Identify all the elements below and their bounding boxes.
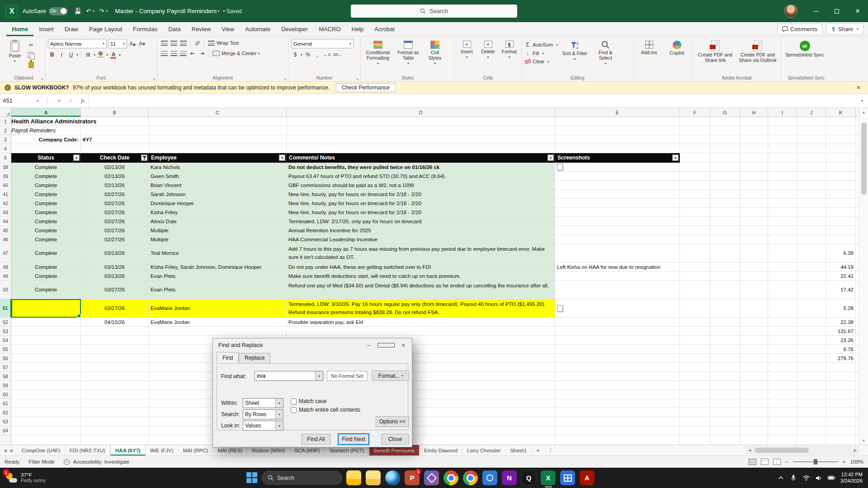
cell-F43[interactable]: [680, 208, 710, 217]
cell-B3[interactable]: 6Y7: [81, 135, 149, 144]
format-as-table-button[interactable]: Format as Table ▾: [395, 39, 421, 73]
create-pdf-share-link-button[interactable]: Create PDF and Share link: [695, 39, 735, 73]
cell-A59[interactable]: [11, 381, 81, 390]
cell-J55[interactable]: [797, 345, 826, 354]
cell-D3[interactable]: [287, 135, 555, 144]
cell-B52[interactable]: 04/10/26: [81, 318, 149, 327]
column-header-g[interactable]: G: [710, 108, 740, 117]
cell-D51[interactable]: Terminated, LDW: 3/10/26. Pay 16 hours r…: [287, 299, 555, 318]
cell-J62[interactable]: [797, 408, 826, 417]
copy-icon[interactable]: [28, 52, 34, 58]
cell-A51[interactable]: [11, 299, 81, 318]
table-header-comments-notes[interactable]: Comments/ Notes▾: [287, 153, 555, 163]
row-header-48[interactable]: 48: [0, 263, 11, 272]
cell-A44[interactable]: Complete: [11, 217, 81, 226]
row-header-45[interactable]: 45: [0, 226, 11, 235]
cell-A3[interactable]: Company Code:: [11, 135, 81, 144]
align-bottom-icon[interactable]: [180, 41, 187, 46]
cell-K5[interactable]: [826, 153, 856, 163]
excel-icon[interactable]: X: [541, 470, 556, 485]
cell-D2[interactable]: [287, 126, 555, 135]
cell-A63[interactable]: [11, 417, 81, 426]
row-header-40[interactable]: 40: [0, 181, 11, 190]
cell-C3[interactable]: [149, 135, 287, 144]
cell-A52[interactable]: [11, 318, 81, 327]
cell-K42[interactable]: [826, 199, 856, 208]
cell-B63[interactable]: [81, 417, 149, 426]
filter-dropdown-icon-employee[interactable]: ▾: [279, 155, 285, 161]
cell-J46[interactable]: [797, 235, 826, 244]
horizontal-scrollbar[interactable]: ◀ ▶: [746, 446, 859, 454]
formula-input[interactable]: [89, 94, 856, 108]
powerpoint-icon[interactable]: P1: [405, 470, 420, 485]
cell-D46[interactable]: HAA Commercial Leadership Incentive: [287, 235, 555, 244]
sheet-scroll-left-icon[interactable]: ◀: [4, 448, 7, 453]
number-format-select[interactable]: General▾: [291, 39, 354, 48]
cell-K43[interactable]: [826, 208, 856, 217]
cell-H56[interactable]: [740, 354, 768, 363]
cell-H39[interactable]: [740, 172, 768, 181]
cell-G56[interactable]: [710, 354, 740, 363]
cell-D49[interactable]: Make sure benefit deductions start, will…: [287, 272, 555, 281]
cell-I58[interactable]: [768, 372, 797, 381]
cut-icon[interactable]: ✂: [27, 41, 35, 49]
cell-F56[interactable]: [680, 354, 710, 363]
search-by-select[interactable]: By Rows ▾: [243, 409, 283, 419]
font-color-icon[interactable]: A: [109, 51, 118, 59]
ribbon-tab-automate[interactable]: Automate: [240, 22, 276, 36]
folder-icon[interactable]: [366, 470, 381, 485]
cell-C1[interactable]: [149, 117, 287, 126]
cell-G43[interactable]: [710, 208, 740, 217]
cell-I49[interactable]: [768, 272, 797, 281]
merge-center-button[interactable]: Merge & Center: [222, 51, 257, 56]
tray-chevron-icon[interactable]: [777, 474, 784, 482]
cell-F61[interactable]: [680, 399, 710, 408]
cell-H64[interactable]: [740, 426, 768, 435]
cell-H54[interactable]: [740, 336, 768, 345]
cell-K50[interactable]: 17.42: [826, 281, 856, 299]
dialog-close-icon[interactable]: ✕: [395, 338, 412, 352]
cell-F57[interactable]: [680, 363, 710, 372]
cell-B47[interactable]: 03/13/26: [81, 244, 149, 263]
cell-I42[interactable]: [768, 199, 797, 208]
wrap-text-button[interactable]: Wrap Text: [217, 40, 239, 46]
cell-A49[interactable]: Complete: [11, 272, 81, 281]
ribbon-tab-formulas[interactable]: Formulas: [127, 22, 163, 36]
cell-C46[interactable]: Multiple: [149, 235, 287, 244]
cell-K59[interactable]: [826, 381, 856, 390]
cell-D44[interactable]: Terminated, LDW: 2/17/26, only pay for h…: [287, 217, 555, 226]
cell-D40[interactable]: GBF commissions should be paid as a W2, …: [287, 181, 555, 190]
cell-K53[interactable]: 131.67: [826, 327, 856, 336]
cell-E48[interactable]: Left Kisha on HAA for now due to resigna…: [555, 263, 680, 272]
vertical-scrollbar-thumb[interactable]: [861, 122, 867, 195]
cell-J44[interactable]: [797, 217, 826, 226]
cell-E52[interactable]: [555, 318, 680, 327]
cell-K52[interactable]: 22.38: [826, 318, 856, 327]
spreadsheet-sync-button[interactable]: qb Spreadsheet Sync: [784, 39, 826, 73]
cell-E47[interactable]: [555, 244, 680, 263]
cell-A58[interactable]: [11, 372, 81, 381]
cell-F4[interactable]: [680, 144, 710, 153]
cell-F53[interactable]: [680, 327, 710, 336]
cell-J59[interactable]: [797, 381, 826, 390]
cell-D45[interactable]: Annual Retention Incentive for 2025: [287, 226, 555, 235]
cell-C43[interactable]: Kisha Friley: [149, 208, 287, 217]
cell-J54[interactable]: [797, 336, 826, 345]
cell-B50[interactable]: 03/27/26: [81, 281, 149, 299]
cell-G1[interactable]: [710, 117, 740, 126]
cell-I44[interactable]: [768, 217, 797, 226]
cell-G46[interactable]: [710, 235, 740, 244]
cell-K61[interactable]: [826, 399, 856, 408]
cell-E59[interactable]: [555, 381, 680, 390]
cell-E61[interactable]: [555, 399, 680, 408]
cell-I4[interactable]: [768, 144, 797, 153]
cell-K45[interactable]: [826, 226, 856, 235]
within-select[interactable]: Sheet ▾: [243, 398, 283, 408]
cell-F5[interactable]: [680, 153, 710, 163]
cell-G44[interactable]: [710, 217, 740, 226]
sheet-tab-larry-chessler[interactable]: Larry Chessler: [462, 445, 506, 455]
increase-indent-icon[interactable]: ⇥: [198, 49, 206, 57]
cell-K2[interactable]: [826, 126, 856, 135]
user-avatar[interactable]: [784, 5, 797, 18]
cell-F45[interactable]: [680, 226, 710, 235]
